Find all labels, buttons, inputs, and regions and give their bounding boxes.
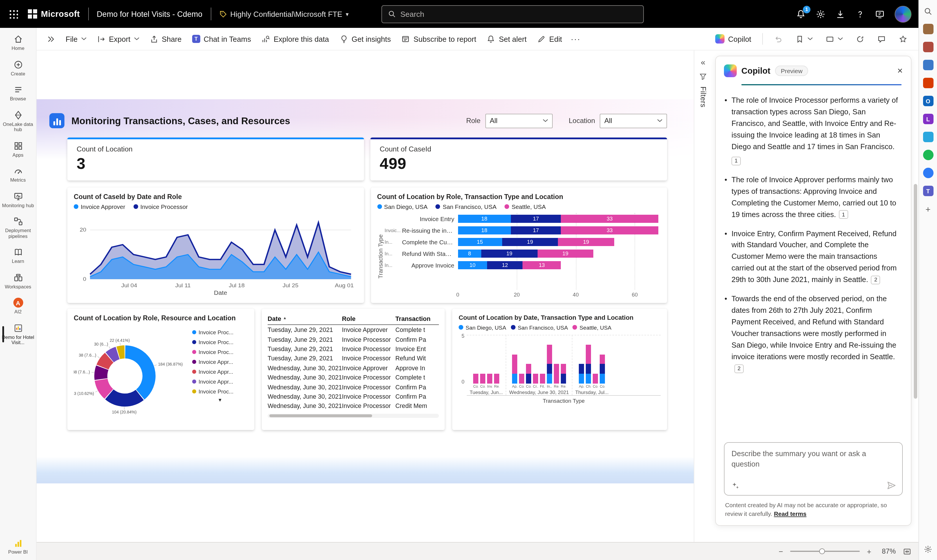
nav-item-home[interactable]: Home	[0, 30, 36, 55]
table-row[interactable]: Tuesday, June 29, 2021Invoice ApproverCo…	[268, 325, 439, 335]
table-row[interactable]: Wednesday, June 30, 2021Invoice Processo…	[268, 401, 439, 411]
legend-item[interactable]: San Diego, USA	[377, 203, 428, 210]
bar-segment[interactable]: 17	[511, 215, 561, 223]
nav-item-workspaces[interactable]: Workspaces	[0, 269, 36, 294]
expand-pane-icon[interactable]	[41, 32, 60, 46]
export-menu[interactable]: Export	[91, 32, 144, 46]
donut-slice[interactable]	[118, 352, 125, 353]
bar-segment[interactable]	[512, 354, 517, 374]
visual-column-chart[interactable]: Count of Location by Date, Transaction T…	[452, 309, 667, 430]
table-row[interactable]: Wednesday, June 30, 2021Invoice Processo…	[268, 382, 439, 392]
kpi-card-count-of-location[interactable]: Count of Location 3	[67, 137, 364, 180]
messenger-icon[interactable]	[923, 168, 933, 178]
scrollbar-thumb[interactable]	[914, 184, 917, 398]
legend-item[interactable]: Invoice Proc...	[192, 327, 248, 337]
bar-segment[interactable]: 17	[511, 226, 561, 234]
get-insights-button[interactable]: Get insights	[334, 32, 396, 46]
toolbox-icon[interactable]	[923, 42, 933, 52]
role-slicer-dropdown[interactable]: All	[485, 114, 552, 128]
citation-chip[interactable]: 1	[732, 156, 741, 165]
table-row[interactable]: Wednesday, June 30, 2021Invoice Processo…	[268, 372, 439, 382]
settings-icon[interactable]	[923, 544, 933, 554]
column-header[interactable]: Transaction	[395, 315, 439, 322]
bar-segment[interactable]	[586, 374, 591, 384]
legend-item[interactable]: Invoice Proc...	[192, 347, 248, 357]
visual-donut-chart[interactable]: Count of Location by Role, Resource and …	[67, 309, 254, 430]
spotify-icon[interactable]	[923, 150, 933, 160]
vertical-scrollbar[interactable]	[912, 51, 919, 542]
bar-segment[interactable]	[586, 364, 591, 374]
table-row[interactable]: Wednesday, June 30, 2021Invoice Approver…	[268, 363, 439, 372]
global-search-input[interactable]: Search	[381, 5, 644, 23]
bar-segment[interactable]	[540, 374, 545, 384]
add-icon[interactable]: +	[923, 204, 933, 214]
app-launcher-icon[interactable]	[0, 0, 27, 28]
bar-segment[interactable]	[519, 374, 524, 384]
citation-chip[interactable]: 2	[734, 365, 744, 373]
feedback-icon[interactable]	[875, 9, 885, 19]
bar-segment[interactable]: 8	[458, 249, 481, 258]
table-row[interactable]: Tuesday, June 29, 2021Invoice ProcessorI…	[268, 344, 439, 354]
nav-item-deployment-pipelines[interactable]: Deployment pipelines	[0, 213, 36, 243]
zoom-slider-handle[interactable]	[820, 548, 825, 554]
copilot-prompt-input[interactable]: Describe the summary you want or ask a q…	[724, 442, 903, 495]
scrollbar-thumb[interactable]	[270, 414, 372, 417]
donut-slice[interactable]	[101, 380, 109, 394]
bar-segment[interactable]	[533, 374, 538, 384]
donut-slice[interactable]	[110, 353, 117, 357]
close-icon[interactable]: ×	[897, 66, 903, 75]
legend-item[interactable]: Invoice Approver	[74, 203, 125, 210]
settings-gear-icon[interactable]	[816, 9, 826, 19]
comments-icon[interactable]	[872, 32, 891, 46]
legend-item[interactable]: Invoice Processor	[133, 203, 188, 210]
view-mode-icon[interactable]	[820, 32, 848, 46]
bar-segment[interactable]	[512, 374, 517, 384]
kpi-card-count-of-caseid[interactable]: Count of CaseId 499	[370, 137, 667, 180]
bar-segment[interactable]: 13	[523, 261, 561, 269]
nav-item-demo-for-hotel-visit[interactable]: Demo for Hotel Visit...	[0, 319, 36, 350]
help-icon[interactable]	[855, 9, 865, 19]
more-options-icon[interactable]: ···	[567, 34, 584, 43]
bar-segment[interactable]	[547, 364, 552, 374]
table-row[interactable]: Wednesday, June 30, 2021Invoice Processo…	[268, 391, 439, 401]
explore-data-button[interactable]: Explore this data	[256, 32, 334, 46]
send-icon[interactable]	[886, 480, 896, 490]
favorite-star-icon[interactable]	[894, 32, 912, 46]
table-row[interactable]: Tuesday, June 29, 2021Invoice ProcessorR…	[268, 354, 439, 363]
bar-segment[interactable]: 19	[537, 249, 593, 258]
microsoft-logo[interactable]: Microsoft	[28, 9, 80, 18]
donut-slice[interactable]	[101, 368, 102, 379]
outlook-icon[interactable]: O	[923, 96, 933, 106]
visual-stacked-bar-chart[interactable]: Count of Location by Role, Transaction T…	[371, 188, 667, 303]
nav-item-monitoring-hub[interactable]: Monitoring hub	[0, 187, 36, 212]
bar-segment[interactable]: 18	[458, 226, 511, 234]
download-icon[interactable]	[835, 9, 845, 19]
zoom-slider[interactable]	[790, 551, 860, 552]
column-header[interactable]: Role	[342, 315, 395, 322]
search-icon[interactable]	[923, 6, 933, 16]
briefcase-icon[interactable]	[923, 24, 933, 34]
loop-icon[interactable]: L	[923, 114, 933, 124]
citation-chip[interactable]: 2	[871, 276, 880, 285]
nav-item-learn[interactable]: Learn	[0, 243, 36, 269]
bar-segment[interactable]: 19	[481, 249, 537, 258]
teams-icon[interactable]: T	[923, 186, 933, 196]
bar-segment[interactable]	[561, 364, 566, 374]
donut-slice[interactable]	[109, 394, 140, 400]
zoom-out-icon[interactable]: −	[777, 547, 785, 555]
bar-segment[interactable]	[526, 374, 531, 384]
legend-item[interactable]: San Francisco, USA	[511, 324, 568, 331]
donut-slice[interactable]	[102, 358, 109, 367]
visual-area-chart[interactable]: Count of CaseId by Date and Role Invoice…	[67, 188, 364, 303]
bar-segment[interactable]	[526, 364, 531, 374]
bar-segment[interactable]: 33	[561, 215, 658, 223]
bar-segment[interactable]: 19	[558, 238, 614, 246]
bar-segment[interactable]	[579, 364, 584, 374]
power-bi-product[interactable]: Power BI	[0, 539, 36, 560]
location-slicer-dropdown[interactable]: All	[600, 114, 667, 128]
bar-segment[interactable]	[554, 364, 559, 384]
subscribe-button[interactable]: Subscribe to report	[396, 32, 482, 46]
file-menu[interactable]: File	[60, 32, 91, 46]
bar-segment[interactable]	[480, 374, 485, 384]
legend-item[interactable]: Invoice Appr...	[192, 367, 248, 377]
